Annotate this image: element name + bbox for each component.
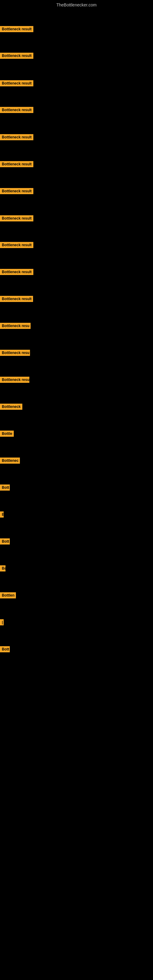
bottleneck-badge-24: Bott: [0, 646, 10, 652]
bottleneck-badge-18: Bott: [0, 485, 10, 491]
bottleneck-badge-16: Bottle: [0, 431, 14, 437]
bottleneck-badge-2: Bottleneck result: [0, 52, 33, 59]
bottleneck-badge-11: Bottleneck result: [0, 296, 33, 302]
bottleneck-badge-6: Bottleneck result: [0, 161, 33, 167]
bottleneck-badge-17: Bottlenec: [0, 458, 20, 464]
bottleneck-badge-22: Bottlen: [0, 592, 16, 598]
bottleneck-badge-10: Bottleneck result: [0, 269, 33, 275]
bottleneck-badge-8: Bottleneck result: [0, 215, 33, 221]
bottleneck-badge-1: Bottleneck result: [0, 26, 33, 32]
bottleneck-badge-7: Bottleneck result: [0, 188, 33, 194]
bottleneck-badge-13: Bottleneck resu: [0, 350, 30, 356]
bottleneck-badge-21: Bo: [0, 565, 5, 571]
site-title: TheBottlenecker.com: [0, 0, 153, 9]
bottleneck-badge-9: Bottleneck result: [0, 242, 33, 248]
bottleneck-badge-20: Bott: [0, 538, 10, 544]
bottleneck-badge-19: B: [0, 511, 4, 517]
bottleneck-badge-12: Bottleneck resu: [0, 323, 30, 329]
bottleneck-badge-15: Bottleneck: [0, 404, 22, 410]
bottleneck-badge-23: |: [0, 619, 4, 625]
bottleneck-badge-4: Bottleneck result: [0, 107, 33, 113]
bottleneck-badge-3: Bottleneck result: [0, 80, 33, 86]
bottleneck-badge-5: Bottleneck result: [0, 134, 33, 140]
bottleneck-badge-14: Bottleneck resu: [0, 377, 29, 383]
